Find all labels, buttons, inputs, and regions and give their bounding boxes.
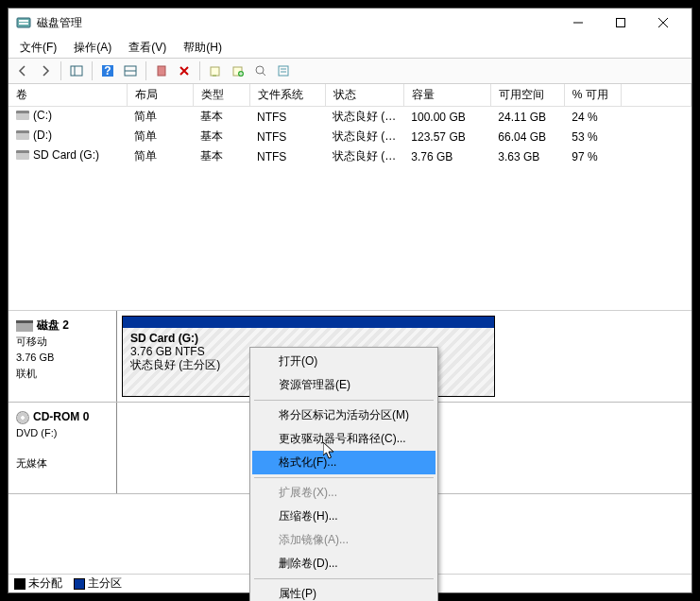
legend-primary: 主分区 (74, 575, 122, 592)
nav-forward-button[interactable] (35, 60, 56, 81)
cell-capacity: 3.76 GB (403, 146, 490, 166)
ctx-change-letter[interactable]: 更改驱动器号和路径(C)... (252, 427, 435, 451)
table-row[interactable]: (D:) 简单 基本 NTFS 状态良好 (… 123.57 GB 66.04 … (9, 127, 691, 146)
ctx-mirror: 添加镜像(A)... (252, 528, 435, 552)
toolbar-separator (145, 61, 146, 80)
cell-status: 状态良好 (… (325, 146, 403, 166)
cdrom-drive: DVD (F:) (16, 425, 109, 440)
ctx-mark-active[interactable]: 将分区标记为活动分区(M) (252, 404, 435, 427)
cell-free: 3.63 GB (490, 146, 564, 166)
col-fs[interactable]: 文件系统 (249, 84, 325, 107)
col-spacer (621, 84, 691, 107)
menu-file[interactable]: 文件(F) (14, 38, 62, 58)
titlebar: 磁盘管理 (9, 9, 691, 37)
cell-free: 66.04 GB (490, 127, 564, 146)
app-icon (16, 15, 31, 30)
col-pct[interactable]: % 可用 (564, 84, 621, 107)
ctx-shrink[interactable]: 压缩卷(H)... (252, 505, 435, 528)
disk-hw-icon (16, 320, 33, 332)
refresh-button[interactable] (151, 60, 172, 81)
cd-icon (16, 411, 29, 424)
toolbar-separator (60, 61, 61, 80)
properties-icon[interactable] (273, 60, 294, 81)
disk-label: 磁盘 2 可移动 3.76 GB 联机 (9, 311, 117, 402)
volume-name: SD Card (G:) (33, 148, 99, 162)
col-type[interactable]: 类型 (193, 84, 249, 107)
col-free[interactable]: 可用空间 (490, 84, 564, 107)
rescan-button[interactable] (205, 60, 226, 81)
view-settings-button[interactable] (120, 60, 141, 81)
col-volume[interactable]: 卷 (9, 84, 127, 107)
disk-label: CD-ROM 0 DVD (F:) 无媒体 (9, 403, 117, 493)
cdrom-status: 无媒体 (16, 455, 109, 471)
legend-unallocated: 未分配 (14, 575, 62, 592)
toolbar-separator (92, 61, 93, 80)
window-controls (556, 9, 684, 36)
cell-type: 基本 (193, 146, 249, 166)
cell-type: 基本 (193, 127, 249, 146)
table-row[interactable]: (C:) 简单 基本 NTFS 状态良好 (… 100.00 GB 24.11 … (9, 107, 691, 128)
volume-name: (D:) (33, 129, 52, 142)
volume-table: 卷 布局 类型 文件系统 状态 容量 可用空间 % 可用 (C:) 简单 基本 … (9, 84, 691, 166)
svg-rect-7 (71, 66, 82, 76)
cell-layout: 简单 (127, 127, 193, 146)
cell-layout: 简单 (127, 107, 193, 128)
ctx-format[interactable]: 格式化(F)... (252, 451, 435, 474)
partition-name: SD Card (G:) (130, 332, 487, 345)
col-status[interactable]: 状态 (325, 84, 403, 107)
menubar: 文件(F) 操作(A) 查看(V) 帮助(H) (9, 37, 691, 58)
cell-capacity: 123.57 GB (403, 127, 490, 146)
cell-layout: 简单 (127, 146, 193, 166)
menu-action[interactable]: 操作(A) (68, 38, 117, 58)
close-button[interactable] (641, 9, 684, 36)
disk-size: 3.76 GB (16, 350, 109, 365)
cell-fs: NTFS (249, 127, 325, 146)
disk-name: 磁盘 2 (37, 318, 69, 332)
volume-icon (16, 130, 29, 140)
ctx-extend: 扩展卷(X)... (252, 481, 435, 505)
minimize-button[interactable] (556, 9, 599, 36)
toolbar: ? (9, 58, 691, 84)
cell-type: 基本 (193, 107, 249, 128)
svg-rect-1 (19, 20, 28, 22)
svg-rect-14 (211, 67, 219, 76)
svg-line-18 (263, 73, 265, 76)
ctx-separator (254, 400, 434, 401)
context-menu: 打开(O) 资源管理器(E) 将分区标记为活动分区(M) 更改驱动器号和路径(C… (249, 347, 438, 601)
delete-icon[interactable] (174, 60, 195, 81)
svg-text:?: ? (104, 64, 111, 77)
show-hide-tree-button[interactable] (66, 60, 87, 81)
cell-pct: 97 % (564, 146, 621, 166)
cell-status: 状态良好 (… (325, 127, 403, 146)
disk-removable: 可移动 (16, 334, 109, 349)
svg-point-17 (256, 66, 264, 74)
svg-rect-19 (279, 66, 288, 76)
volume-list: 卷 布局 类型 文件系统 状态 容量 可用空间 % 可用 (C:) 简单 基本 … (9, 84, 691, 311)
col-capacity[interactable]: 容量 (403, 84, 490, 107)
legend-primary-swatch (74, 578, 85, 590)
ctx-open[interactable]: 打开(O) (252, 350, 435, 373)
search-icon[interactable] (250, 60, 271, 81)
toolbar-separator (199, 61, 200, 80)
maximize-button[interactable] (599, 9, 641, 36)
ctx-explorer[interactable]: 资源管理器(E) (252, 373, 435, 397)
menu-help[interactable]: 帮助(H) (178, 38, 228, 58)
new-volume-button[interactable] (228, 60, 248, 81)
volume-icon (16, 111, 29, 120)
col-layout[interactable]: 布局 (127, 84, 193, 107)
svg-rect-2 (19, 23, 28, 25)
volume-icon (16, 150, 29, 160)
nav-back-button[interactable] (12, 60, 33, 81)
menu-view[interactable]: 查看(V) (123, 38, 172, 58)
ctx-delete[interactable]: 删除卷(D)... (252, 552, 435, 575)
svg-rect-4 (616, 19, 624, 27)
disk-name: CD-ROM 0 (33, 410, 89, 423)
cell-fs: NTFS (249, 107, 325, 128)
cell-pct: 53 % (564, 127, 621, 146)
cell-fs: NTFS (249, 146, 325, 166)
table-row[interactable]: SD Card (G:) 简单 基本 NTFS 状态良好 (… 3.76 GB … (9, 146, 691, 166)
disk-online: 联机 (16, 366, 109, 381)
cell-capacity: 100.00 GB (403, 107, 490, 128)
help-button[interactable]: ? (97, 60, 118, 81)
ctx-properties[interactable]: 属性(P) (252, 582, 435, 601)
